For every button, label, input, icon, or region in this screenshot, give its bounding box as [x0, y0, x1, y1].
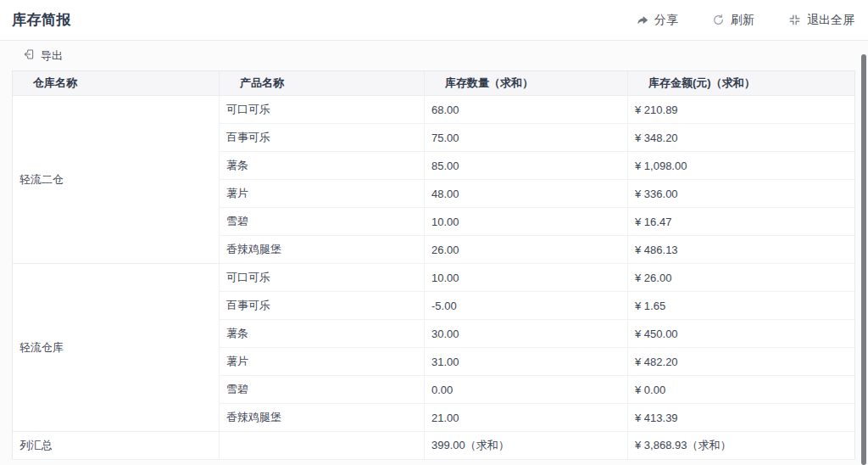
cell-product: 雪碧: [220, 376, 425, 404]
cell-amount: ¥ 1.65: [628, 292, 855, 320]
cell-amount: ¥ 450.00: [628, 320, 855, 348]
cell-product: 百事可乐: [220, 124, 425, 152]
report-table: 仓库名称 产品名称 库存数量（求和） 库存金额(元)（求和） 轻流二仓可口可乐6…: [12, 70, 855, 460]
cell-product: 可口可乐: [220, 96, 425, 124]
exit-fullscreen-button[interactable]: 退出全屏: [788, 13, 854, 28]
cell-amount: ¥ 0.00: [628, 376, 855, 404]
share-label: 分享: [654, 13, 678, 28]
cell-warehouse: 轻流仓库: [13, 264, 220, 432]
cell-amount: ¥ 1,098.00: [628, 152, 855, 180]
report-table-wrap: 仓库名称 产品名称 库存数量（求和） 库存金额(元)（求和） 轻流二仓可口可乐6…: [0, 70, 868, 460]
cell-quantity: 31.00: [425, 348, 628, 376]
header-actions: 分享 刷新 退出全屏: [602, 13, 854, 28]
cell-product: 薯片: [220, 180, 425, 208]
table-body: 轻流二仓可口可乐68.00¥ 210.89百事可乐75.00¥ 348.20薯条…: [13, 96, 855, 432]
cell-quantity: 0.00: [425, 376, 628, 404]
cell-product: 薯片: [220, 348, 425, 376]
compress-arrows-icon: [788, 14, 801, 26]
refresh-button[interactable]: 刷新: [712, 13, 754, 28]
page-header: 库存简报 分享 刷新 退出全屏: [0, 0, 868, 41]
export-bar: 导出: [0, 41, 868, 70]
cell-quantity: 85.00: [425, 152, 628, 180]
cell-quantity: 10.00: [425, 264, 628, 292]
cell-product: 可口可乐: [220, 264, 425, 292]
export-arrow-out-of-box-icon: [23, 48, 35, 63]
cell-product: 薯条: [220, 320, 425, 348]
cell-amount: ¥ 486.13: [628, 236, 855, 264]
cell-amount: ¥ 210.89: [628, 96, 855, 124]
column-header-amount: 库存金额(元)（求和）: [628, 71, 855, 96]
cell-warehouse: 轻流二仓: [13, 96, 220, 264]
column-header-product: 产品名称: [220, 71, 425, 96]
cell-amount: ¥ 336.00: [628, 180, 855, 208]
column-header-warehouse: 仓库名称: [13, 71, 220, 96]
export-label: 导出: [41, 48, 63, 64]
vertical-scrollbar[interactable]: [861, 54, 866, 465]
exit-fullscreen-label: 退出全屏: [807, 13, 854, 28]
cell-product: 薯条: [220, 152, 425, 180]
table-row: 轻流仓库可口可乐10.00¥ 26.00: [13, 264, 855, 292]
export-button[interactable]: 导出: [12, 48, 63, 64]
summary-product: [220, 432, 425, 460]
refresh-icon: [712, 14, 725, 26]
cell-product: 香辣鸡腿堡: [220, 404, 425, 432]
cell-product: 雪碧: [220, 208, 425, 236]
summary-row: 列汇总 399.00（求和） ¥ 3,868.93（求和）: [13, 432, 855, 460]
cell-quantity: 75.00: [425, 124, 628, 152]
cell-amount: ¥ 26.00: [628, 264, 855, 292]
cell-amount: ¥ 348.20: [628, 124, 855, 152]
cell-amount: ¥ 16.47: [628, 208, 855, 236]
summary-amount: ¥ 3,868.93（求和）: [628, 432, 855, 460]
table-header-row: 仓库名称 产品名称 库存数量（求和） 库存金额(元)（求和）: [13, 71, 855, 96]
cell-quantity: 26.00: [425, 236, 628, 264]
cell-amount: ¥ 413.39: [628, 404, 855, 432]
column-header-quantity: 库存数量（求和）: [425, 71, 628, 96]
cell-quantity: 10.00: [425, 208, 628, 236]
cell-quantity: 68.00: [425, 96, 628, 124]
cell-product: 香辣鸡腿堡: [220, 236, 425, 264]
summary-label: 列汇总: [13, 432, 220, 460]
refresh-label: 刷新: [731, 13, 754, 28]
cell-quantity: -5.00: [425, 292, 628, 320]
cell-amount: ¥ 482.20: [628, 348, 855, 376]
cell-product: 百事可乐: [220, 292, 425, 320]
share-button[interactable]: 分享: [636, 13, 678, 28]
table-row: 轻流二仓可口可乐68.00¥ 210.89: [13, 96, 855, 124]
summary-quantity: 399.00（求和）: [425, 432, 628, 460]
cell-quantity: 48.00: [425, 180, 628, 208]
share-icon: [636, 14, 648, 26]
cell-quantity: 21.00: [425, 404, 628, 432]
page-title: 库存简报: [12, 10, 71, 30]
cell-quantity: 30.00: [425, 320, 628, 348]
